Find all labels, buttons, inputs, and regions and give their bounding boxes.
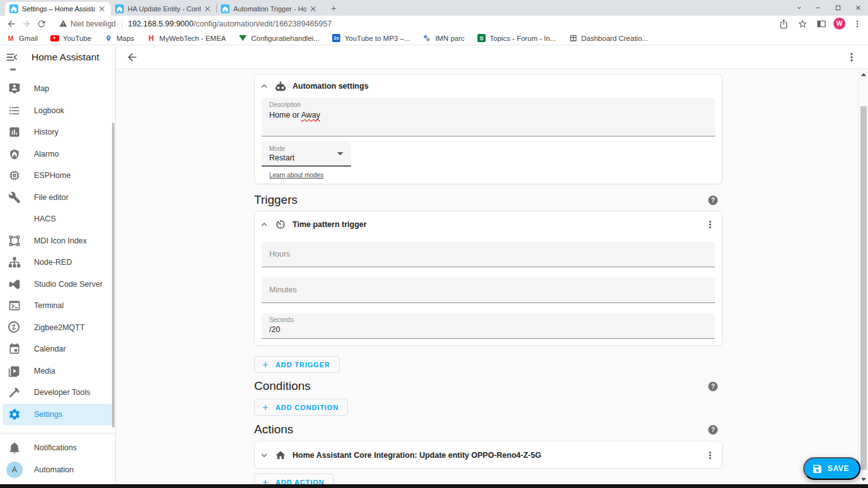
toolbar-right: W [777,17,864,31]
triggers-help-icon[interactable]: ? [708,196,718,205]
save-button[interactable]: SAVE [803,457,860,480]
close-window-button[interactable] [848,0,868,16]
green-triangle-icon [238,34,247,43]
description-field[interactable]: Description Home or Away [262,97,715,136]
mode-value: Restart [269,153,294,162]
collapse-trigger-button[interactable] [259,219,270,230]
bookmark-star-button[interactable] [796,17,810,31]
hours-field[interactable]: Hours [262,241,715,267]
sidebar-item-label: Alarmo [34,150,59,158]
app-title: Home Assistant [31,52,99,63]
bookmark-item[interactable]: Dashboard Creatio... [569,34,648,43]
forward-button[interactable] [19,17,34,31]
window-bottom-edge [0,484,868,488]
bookmark-item[interactable]: HMyWebTech - EMEA [147,34,226,43]
sidebar-item-terminal[interactable]: Terminal [3,295,113,317]
sidebar-item-alarmo[interactable]: Alarmo [3,143,113,165]
tab-search-button[interactable] [790,0,808,16]
save-icon [812,463,823,474]
sidebar-item-esphome[interactable]: ESPHome [3,165,113,187]
learn-about-modes-link[interactable]: Learn about modes [269,172,323,179]
address-bar[interactable]: Niet beveiligd | 192.168.5.99:9000/confi… [54,17,772,31]
browser-tab[interactable]: HA Update Entity - Configuratio [111,2,216,16]
browser-profile-avatar[interactable]: W [833,18,845,30]
scroll-up-arrow[interactable] [861,73,866,76]
map-icon [8,82,21,95]
tab-close-button[interactable] [309,4,318,13]
sidebar-item-hacs[interactable]: HACS [3,208,113,230]
maximize-button[interactable] [828,0,848,16]
tab-close-button[interactable] [97,4,106,13]
sidebar-item-notifications[interactable]: Notifications [3,437,113,459]
actions-section-header: Actions ? [254,423,723,436]
sidebar-item-file-editor[interactable]: File editor [3,187,113,209]
content-header [116,45,868,69]
sidebar-user-label: Automation [34,465,74,474]
sidebar-item-user[interactable]: A Automation [3,459,113,481]
add-trigger-button[interactable]: ADD TRIGGER [254,356,340,373]
expand-action-button[interactable] [259,450,270,461]
conditions-help-icon[interactable]: ? [708,382,718,391]
page-scrollbar[interactable] [858,69,868,484]
browser-tab[interactable]: Automation Trigger - Home Assi [216,2,322,16]
action-menu-button[interactable] [704,450,716,461]
minutes-field[interactable]: Minutes [262,277,715,303]
bookmark-item[interactable]: IMN parc [423,34,465,43]
dropdown-caret-icon [337,152,343,155]
sidebar-item-settings[interactable]: Settings [3,404,113,426]
sidebar-scrollbar-thumb[interactable] [112,123,114,428]
tab-close-button[interactable] [203,4,212,13]
media-icon [8,365,21,377]
sidebar-menu-toggle[interactable] [5,50,19,64]
bookmark-label: Dashboard Creatio... [581,35,648,42]
seconds-field[interactable]: Seconds /20 [262,313,715,339]
browser-toolbar: Niet beveiligd | 192.168.5.99:9000/confi… [0,16,868,31]
side-panel-button[interactable] [815,17,828,31]
zigbee-icon: Z [8,321,21,334]
scroll-down-arrow[interactable] [861,478,866,481]
bookmark-item[interactable]: MGmail [6,34,38,43]
arrow-left-icon [6,19,16,29]
plus-icon [330,4,338,13]
sidebar-item-history[interactable]: History [3,121,113,143]
page-menu-button[interactable] [845,51,858,64]
not-secure-icon[interactable] [59,19,67,28]
actions-help-icon[interactable]: ? [708,425,718,435]
bookmark-item[interactable]: 2cYouTube to MP3 –... [332,34,410,43]
sidebar-divider [0,433,115,434]
chevron-down-icon [796,4,803,11]
reload-button[interactable] [34,17,49,31]
alarmo-shield-icon [8,148,21,160]
share-button[interactable] [777,17,791,31]
sidebar-item-media[interactable]: Media [3,360,113,382]
add-action-button[interactable]: ADD ACTION [254,474,334,484]
bookmark-item[interactable]: STopics - Forum - In... [477,34,556,43]
sidebar-item-calendar[interactable]: Calendar [3,338,113,360]
sidebar-item-developer-tools[interactable]: Developer Tools [3,382,113,404]
sidebar-item-label: Media [34,367,55,375]
bookmark-item[interactable]: Maps [104,34,134,43]
bookmark-item[interactable]: YouTube [50,34,91,43]
bookmark-item[interactable]: Configuratiehandlei... [238,34,320,43]
back-button[interactable] [4,17,19,31]
add-condition-button[interactable]: ADD CONDITION [254,399,348,416]
collapse-settings-button[interactable] [259,80,270,92]
sidebar-item-map[interactable]: Map [3,78,113,100]
sidebar-item-studio-code-server[interactable]: Studio Code Server [3,274,113,296]
mode-select[interactable]: Mode Restart [262,141,351,167]
page-back-button[interactable] [126,51,138,64]
sidebar-item-node-red[interactable]: Node-RED [3,252,113,274]
reload-icon [36,19,47,29]
mywebtech-icon: H [147,34,155,43]
bookmark-label: YouTube to MP3 –... [345,35,410,42]
sidebar-item-mdi-icon-index[interactable]: MDI Icon Index [3,230,113,252]
sidebar-item-logbook[interactable]: Logbook [3,100,113,122]
trigger-menu-button[interactable] [704,219,716,230]
scrollbar-thumb[interactable] [860,106,867,470]
browser-tab[interactable]: Settings – Home Assistant [5,2,111,16]
sidebar-item-label: Map [34,84,49,93]
minimize-button[interactable] [808,0,828,16]
new-tab-button[interactable] [326,1,341,16]
sidebar-item-zigbee2mqtt[interactable]: ZZigbee2MQTT [3,317,113,339]
browser-menu-button[interactable] [850,17,864,31]
